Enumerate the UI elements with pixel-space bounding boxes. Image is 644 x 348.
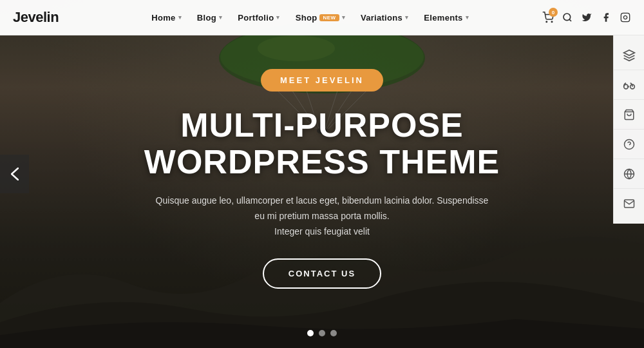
nav-menu: Home ▾ Blog ▾ Portfolio ▾ Shop NEW ▾ Var… <box>78 9 542 26</box>
svg-point-11 <box>546 21 547 23</box>
navbar: Jevelin Home ▾ Blog ▾ Portfolio ▾ Shop N… <box>0 0 644 35</box>
nav-item-home[interactable]: Home ▾ <box>145 9 188 26</box>
nav-item-shop[interactable]: Shop NEW ▾ <box>289 9 352 26</box>
nav-item-elements[interactable]: Elements ▾ <box>417 9 475 26</box>
hero-title: MULTI-PURPOSE WORDPRESS THEME <box>71 107 573 180</box>
nav-label-home: Home <box>151 13 175 23</box>
instagram-icon[interactable] <box>620 12 631 23</box>
navbar-action-icons: 0 <box>542 12 631 23</box>
slider-dot-1[interactable] <box>307 330 314 336</box>
hero-content: MEET JEVELIN MULTI-PURPOSE WORDPRESS THE… <box>0 35 644 348</box>
nav-label-variations: Variations <box>361 13 402 23</box>
svg-line-14 <box>569 19 571 21</box>
sidebar-help-icon[interactable] <box>614 130 645 159</box>
cart-icon[interactable]: 0 <box>542 12 554 23</box>
chevron-down-icon: ▾ <box>219 14 222 21</box>
slider-dot-2[interactable] <box>319 330 325 336</box>
nav-label-blog: Blog <box>197 13 216 23</box>
nav-item-blog[interactable]: Blog ▾ <box>191 9 229 26</box>
svg-point-13 <box>564 14 571 21</box>
chevron-down-icon: ▾ <box>342 14 345 21</box>
meet-badge: MEET JEVELIN <box>261 69 383 92</box>
hero-subtitle-line1: Quisque augue leo, ullamcorper et lacus … <box>156 195 489 221</box>
cart-count-badge: 0 <box>549 8 558 17</box>
sidebar-globe-icon[interactable] <box>614 159 645 189</box>
shop-new-badge: NEW <box>319 14 339 21</box>
nav-label-portfolio: Portfolio <box>238 13 274 23</box>
hero-subtitle: Quisque augue leo, ullamcorper et lacus … <box>155 193 489 239</box>
nav-item-portfolio[interactable]: Portfolio ▾ <box>231 9 286 26</box>
slider-dot-3[interactable] <box>330 330 337 336</box>
nav-item-variations[interactable]: Variations ▾ <box>354 9 415 26</box>
sidebar-mail-icon[interactable] <box>614 189 645 218</box>
sidebar-layers-icon[interactable] <box>614 41 645 70</box>
nav-label-shop: Shop <box>296 13 317 23</box>
hero-section: Jevelin Home ▾ Blog ▾ Portfolio ▾ Shop N… <box>0 0 644 348</box>
chevron-down-icon: ▾ <box>276 14 279 21</box>
chevron-down-icon: ▾ <box>405 14 408 21</box>
facebook-icon[interactable] <box>600 12 612 23</box>
twitter-icon[interactable] <box>581 12 592 23</box>
svg-rect-15 <box>621 13 629 21</box>
sidebar-bag-icon[interactable] <box>614 100 645 130</box>
svg-marker-17 <box>623 50 634 55</box>
hero-subtitle-line2: Integer quis feugiat velit <box>274 226 370 237</box>
slider-dots <box>307 330 337 336</box>
contact-us-button[interactable]: CONTACT US <box>263 258 381 289</box>
slider-prev-button[interactable] <box>0 155 29 193</box>
chevron-down-icon: ▾ <box>178 14 182 21</box>
search-icon[interactable] <box>562 12 573 23</box>
svg-point-12 <box>551 21 553 23</box>
chevron-down-icon: ▾ <box>466 14 469 21</box>
nav-label-elements: Elements <box>424 13 462 23</box>
sidebar-glasses-icon[interactable] <box>614 70 645 100</box>
brand-logo[interactable]: Jevelin <box>13 9 59 26</box>
right-sidebar <box>613 35 644 224</box>
